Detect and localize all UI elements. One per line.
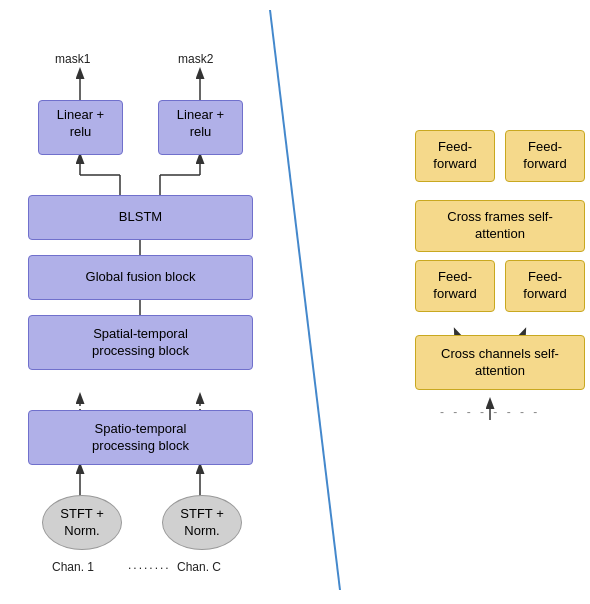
svg-line-23 xyxy=(270,10,340,590)
feed-forward-1-box: Feed-forward xyxy=(415,130,495,182)
global-fusion-label: Global fusion block xyxy=(86,269,196,286)
spatial-temporal-label: Spatial-temporalprocessing block xyxy=(92,326,189,360)
mask2-label: mask2 xyxy=(178,52,213,66)
linear-relu-2-label: Linear +relu xyxy=(177,107,224,139)
stft2-label: STFT +Norm. xyxy=(180,506,223,540)
dotdot-label: ........ xyxy=(128,558,171,572)
spatio-temporal-box: Spatio-temporalprocessing block xyxy=(28,410,253,465)
spatio-temporal-label: Spatio-temporalprocessing block xyxy=(92,421,189,455)
stft1-label: STFT +Norm. xyxy=(60,506,103,540)
chanC-label: Chan. C xyxy=(177,560,221,574)
cross-frames-box: Cross frames self-attention xyxy=(415,200,585,252)
cross-frames-label: Cross frames self-attention xyxy=(447,209,552,243)
linear-relu-1-label: Linear +relu xyxy=(57,107,104,139)
feed-forward-3-box: Feed-forward xyxy=(415,260,495,312)
right-dotdot-label: - - - - - - - - xyxy=(440,405,540,419)
feed-forward-2-box: Feed-forward xyxy=(505,130,585,182)
cross-channels-box: Cross channels self-attention xyxy=(415,335,585,390)
feed-forward-3-label: Feed-forward xyxy=(433,269,476,303)
stft1-box: STFT +Norm. xyxy=(42,495,122,550)
blstm-box: BLSTM xyxy=(28,195,253,240)
feed-forward-2-label: Feed-forward xyxy=(523,139,566,173)
diagram-container: mask1 mask2 Linear +relu Linear +relu BL… xyxy=(0,0,590,604)
blstm-label: BLSTM xyxy=(119,209,162,226)
mask1-label: mask1 xyxy=(55,52,90,66)
stft2-box: STFT +Norm. xyxy=(162,495,242,550)
linear-relu-1-box: Linear +relu xyxy=(38,100,123,155)
feed-forward-4-box: Feed-forward xyxy=(505,260,585,312)
global-fusion-box: Global fusion block xyxy=(28,255,253,300)
chan1-label: Chan. 1 xyxy=(52,560,94,574)
feed-forward-1-label: Feed-forward xyxy=(433,139,476,173)
spatial-temporal-box: Spatial-temporalprocessing block xyxy=(28,315,253,370)
linear-relu-2-box: Linear +relu xyxy=(158,100,243,155)
feed-forward-4-label: Feed-forward xyxy=(523,269,566,303)
cross-channels-label: Cross channels self-attention xyxy=(441,346,559,380)
